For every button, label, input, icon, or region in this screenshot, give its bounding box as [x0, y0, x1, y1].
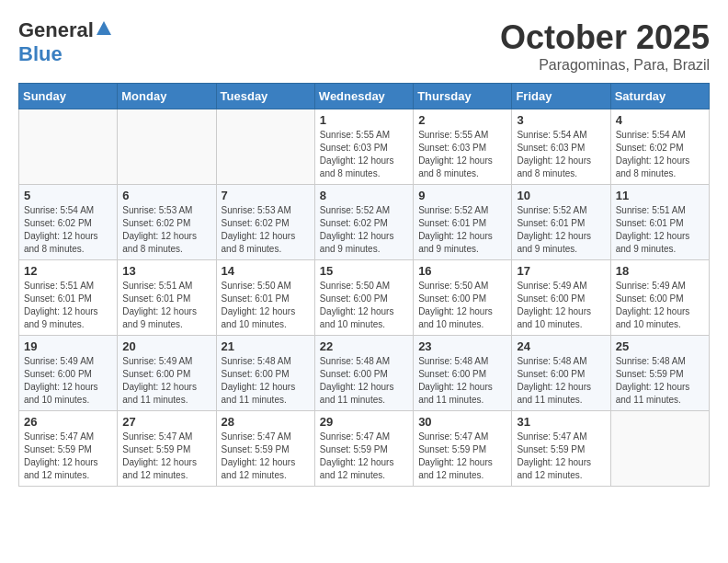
day-cell: 19Sunrise: 5:49 AM Sunset: 6:00 PM Dayli… — [19, 336, 118, 411]
day-info: Sunrise: 5:49 AM Sunset: 6:00 PM Dayligh… — [517, 280, 605, 331]
day-info: Sunrise: 5:54 AM Sunset: 6:02 PM Dayligh… — [616, 129, 704, 180]
day-number: 26 — [24, 415, 112, 429]
day-number: 22 — [320, 339, 408, 353]
day-number: 16 — [418, 264, 506, 278]
week-row-1: 1Sunrise: 5:55 AM Sunset: 6:03 PM Daylig… — [19, 109, 710, 185]
day-info: Sunrise: 5:50 AM Sunset: 6:00 PM Dayligh… — [320, 280, 408, 331]
day-number: 24 — [517, 339, 605, 353]
logo-icon — [96, 20, 112, 37]
day-info: Sunrise: 5:47 AM Sunset: 5:59 PM Dayligh… — [222, 431, 310, 482]
header-thursday: Thursday — [414, 84, 512, 109]
week-row-5: 26Sunrise: 5:47 AM Sunset: 5:59 PM Dayli… — [19, 411, 710, 487]
calendar-header-row: SundayMondayTuesdayWednesdayThursdayFrid… — [19, 84, 710, 109]
day-cell: 26Sunrise: 5:47 AM Sunset: 5:59 PM Dayli… — [19, 411, 118, 487]
day-info: Sunrise: 5:48 AM Sunset: 6:00 PM Dayligh… — [222, 355, 310, 407]
calendar: SundayMondayTuesdayWednesdayThursdayFrid… — [18, 83, 710, 487]
day-cell: 18Sunrise: 5:49 AM Sunset: 6:00 PM Dayli… — [610, 260, 709, 336]
day-info: Sunrise: 5:52 AM Sunset: 6:01 PM Dayligh… — [418, 204, 506, 256]
day-number: 21 — [222, 339, 310, 353]
day-info: Sunrise: 5:53 AM Sunset: 6:02 PM Dayligh… — [222, 204, 310, 256]
day-number: 7 — [222, 189, 310, 202]
day-info: Sunrise: 5:55 AM Sunset: 6:03 PM Dayligh… — [418, 129, 506, 180]
day-cell: 5Sunrise: 5:54 AM Sunset: 6:02 PM Daylig… — [19, 185, 118, 260]
day-info: Sunrise: 5:48 AM Sunset: 6:00 PM Dayligh… — [517, 355, 605, 407]
day-number: 20 — [122, 339, 210, 353]
header-sunday: Sunday — [19, 84, 118, 109]
day-number: 30 — [418, 415, 506, 429]
day-cell: 21Sunrise: 5:48 AM Sunset: 6:00 PM Dayli… — [216, 336, 314, 411]
day-number: 2 — [418, 113, 506, 127]
day-cell — [19, 109, 118, 185]
day-number: 29 — [320, 415, 408, 429]
day-cell — [216, 109, 314, 185]
day-info: Sunrise: 5:54 AM Sunset: 6:03 PM Dayligh… — [517, 129, 605, 180]
day-cell — [610, 411, 709, 487]
location-title: Paragominas, Para, Brazil — [500, 57, 710, 74]
day-cell: 30Sunrise: 5:47 AM Sunset: 5:59 PM Dayli… — [414, 411, 512, 487]
day-cell: 28Sunrise: 5:47 AM Sunset: 5:59 PM Dayli… — [216, 411, 314, 487]
day-number: 17 — [517, 264, 605, 278]
header-monday: Monday — [118, 84, 216, 109]
day-cell: 10Sunrise: 5:52 AM Sunset: 6:01 PM Dayli… — [512, 185, 610, 260]
header-wednesday: Wednesday — [314, 84, 413, 109]
day-number: 15 — [320, 264, 408, 278]
day-info: Sunrise: 5:49 AM Sunset: 6:00 PM Dayligh… — [122, 355, 210, 407]
day-number: 11 — [616, 189, 704, 202]
day-info: Sunrise: 5:47 AM Sunset: 5:59 PM Dayligh… — [418, 431, 506, 482]
day-cell: 1Sunrise: 5:55 AM Sunset: 6:03 PM Daylig… — [314, 109, 413, 185]
day-cell: 9Sunrise: 5:52 AM Sunset: 6:01 PM Daylig… — [414, 185, 512, 260]
day-number: 10 — [517, 189, 605, 202]
day-info: Sunrise: 5:53 AM Sunset: 6:02 PM Dayligh… — [122, 204, 210, 256]
day-info: Sunrise: 5:48 AM Sunset: 6:00 PM Dayligh… — [418, 355, 506, 407]
day-info: Sunrise: 5:51 AM Sunset: 6:01 PM Dayligh… — [24, 280, 112, 331]
day-info: Sunrise: 5:52 AM Sunset: 6:01 PM Dayligh… — [517, 204, 605, 256]
day-cell: 14Sunrise: 5:50 AM Sunset: 6:01 PM Dayli… — [216, 260, 314, 336]
day-number: 4 — [616, 113, 704, 127]
day-cell: 6Sunrise: 5:53 AM Sunset: 6:02 PM Daylig… — [118, 185, 216, 260]
day-info: Sunrise: 5:47 AM Sunset: 5:59 PM Dayligh… — [24, 431, 112, 482]
day-info: Sunrise: 5:51 AM Sunset: 6:01 PM Dayligh… — [616, 204, 704, 256]
day-info: Sunrise: 5:48 AM Sunset: 6:00 PM Dayligh… — [320, 355, 408, 407]
day-info: Sunrise: 5:50 AM Sunset: 6:01 PM Dayligh… — [222, 280, 310, 331]
day-number: 14 — [222, 264, 310, 278]
day-number: 5 — [24, 189, 112, 202]
day-cell: 20Sunrise: 5:49 AM Sunset: 6:00 PM Dayli… — [118, 336, 216, 411]
day-cell: 12Sunrise: 5:51 AM Sunset: 6:01 PM Dayli… — [19, 260, 118, 336]
day-number: 6 — [122, 189, 210, 202]
day-cell: 3Sunrise: 5:54 AM Sunset: 6:03 PM Daylig… — [512, 109, 610, 185]
day-cell: 29Sunrise: 5:47 AM Sunset: 5:59 PM Dayli… — [314, 411, 413, 487]
day-info: Sunrise: 5:51 AM Sunset: 6:01 PM Dayligh… — [122, 280, 210, 331]
svg-marker-0 — [97, 21, 111, 35]
day-cell: 22Sunrise: 5:48 AM Sunset: 6:00 PM Dayli… — [314, 336, 413, 411]
day-cell: 31Sunrise: 5:47 AM Sunset: 5:59 PM Dayli… — [512, 411, 610, 487]
day-info: Sunrise: 5:47 AM Sunset: 5:59 PM Dayligh… — [517, 431, 605, 482]
day-info: Sunrise: 5:47 AM Sunset: 5:59 PM Dayligh… — [122, 431, 210, 482]
day-number: 25 — [616, 339, 704, 353]
day-cell: 7Sunrise: 5:53 AM Sunset: 6:02 PM Daylig… — [216, 185, 314, 260]
day-info: Sunrise: 5:48 AM Sunset: 5:59 PM Dayligh… — [616, 355, 704, 407]
day-cell: 24Sunrise: 5:48 AM Sunset: 6:00 PM Dayli… — [512, 336, 610, 411]
day-cell: 27Sunrise: 5:47 AM Sunset: 5:59 PM Dayli… — [118, 411, 216, 487]
header-friday: Friday — [512, 84, 610, 109]
day-number: 28 — [222, 415, 310, 429]
day-number: 1 — [320, 113, 408, 127]
day-info: Sunrise: 5:47 AM Sunset: 5:59 PM Dayligh… — [320, 431, 408, 482]
header-saturday: Saturday — [610, 84, 709, 109]
day-info: Sunrise: 5:49 AM Sunset: 6:00 PM Dayligh… — [616, 280, 704, 331]
day-info: Sunrise: 5:55 AM Sunset: 6:03 PM Dayligh… — [320, 129, 408, 180]
header-tuesday: Tuesday — [216, 84, 314, 109]
day-cell: 8Sunrise: 5:52 AM Sunset: 6:02 PM Daylig… — [314, 185, 413, 260]
day-cell: 4Sunrise: 5:54 AM Sunset: 6:02 PM Daylig… — [610, 109, 709, 185]
logo-blue-text: Blue — [18, 42, 63, 66]
month-title: October 2025 — [500, 18, 710, 57]
day-number: 18 — [616, 264, 704, 278]
day-cell — [118, 109, 216, 185]
title-area: October 2025 Paragominas, Para, Brazil — [500, 18, 710, 74]
day-number: 13 — [122, 264, 210, 278]
day-number: 19 — [24, 339, 112, 353]
day-number: 3 — [517, 113, 605, 127]
day-number: 8 — [320, 189, 408, 202]
day-cell: 11Sunrise: 5:51 AM Sunset: 6:01 PM Dayli… — [610, 185, 709, 260]
day-cell: 15Sunrise: 5:50 AM Sunset: 6:00 PM Dayli… — [314, 260, 413, 336]
day-info: Sunrise: 5:49 AM Sunset: 6:00 PM Dayligh… — [24, 355, 112, 407]
